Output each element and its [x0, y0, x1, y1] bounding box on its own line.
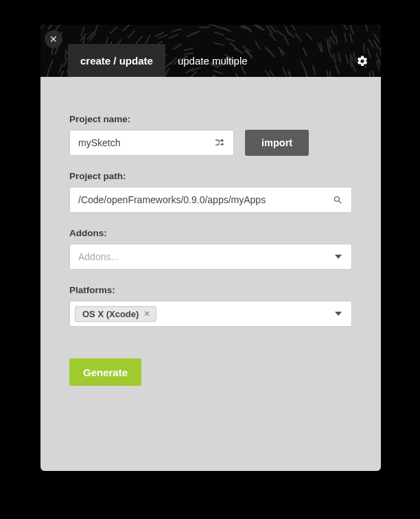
gear-icon [356, 55, 369, 67]
header: ✕ create / update update multiple [40, 25, 381, 77]
addons-dropdown[interactable]: Addons... [69, 244, 352, 270]
close-icon: ✕ [49, 34, 58, 45]
project-path-group: Project path: [69, 171, 352, 213]
platforms-label: Platforms: [69, 285, 352, 295]
addons-group: Addons: Addons... [69, 228, 352, 270]
project-path-input-wrap[interactable] [69, 187, 352, 213]
import-button[interactable]: import [245, 130, 309, 156]
project-name-input[interactable] [78, 137, 209, 148]
project-generator-window: ✕ create / update update multiple Projec… [40, 25, 381, 471]
project-name-group: Project name: import [69, 114, 352, 156]
content: Project name: import Project path: [40, 77, 381, 386]
browse-path-button[interactable] [333, 195, 343, 205]
project-path-input[interactable] [78, 194, 327, 205]
project-name-input-wrap[interactable] [69, 130, 234, 156]
chevron-down-icon [335, 255, 342, 259]
platforms-dropdown[interactable]: OS X (Xcode) ✕ [69, 301, 352, 327]
addons-label: Addons: [69, 228, 352, 238]
project-name-label: Project name: [69, 114, 352, 124]
shuffle-icon [214, 137, 225, 148]
search-icon [333, 195, 343, 205]
platforms-group: Platforms: OS X (Xcode) ✕ [69, 285, 352, 327]
tab-create-update[interactable]: create / update [68, 44, 165, 77]
generate-button[interactable]: Generate [69, 358, 141, 386]
platform-token-label: OS X (Xcode) [82, 309, 139, 319]
project-path-label: Project path: [69, 171, 352, 181]
platform-token: OS X (Xcode) ✕ [75, 306, 156, 322]
settings-button[interactable] [356, 55, 369, 67]
randomize-name-button[interactable] [214, 137, 225, 148]
tab-update-multiple[interactable]: update multiple [165, 44, 260, 77]
generate-button-label: Generate [83, 367, 128, 378]
addons-placeholder: Addons... [78, 251, 119, 262]
remove-platform-button[interactable]: ✕ [143, 309, 150, 319]
import-button-label: import [261, 137, 292, 148]
tabs: create / update update multiple [68, 44, 260, 77]
chevron-down-icon [335, 312, 342, 316]
tab-label: update multiple [178, 55, 248, 67]
tab-label: create / update [80, 55, 153, 67]
close-button[interactable]: ✕ [45, 30, 62, 48]
